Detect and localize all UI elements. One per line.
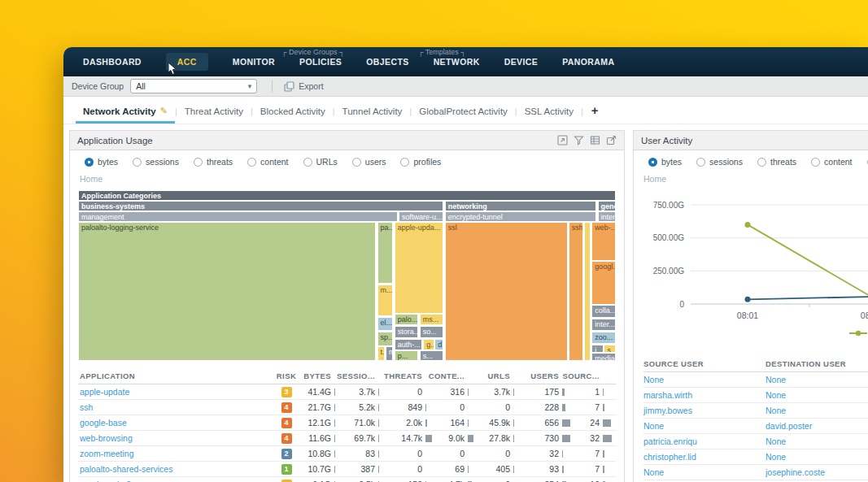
user-link-patricia-enriqu[interactable]: patricia.enriqu (643, 436, 697, 446)
tab-network-activity[interactable]: Network Activity✎ (76, 99, 175, 124)
user-link-david-poster[interactable]: david.poster (765, 421, 812, 431)
breadcrumb[interactable]: Home (634, 172, 868, 189)
treemap-cell-management[interactable]: management (78, 211, 398, 222)
radio-content[interactable]: content (811, 157, 852, 167)
maximize-icon[interactable] (557, 135, 568, 145)
treemap-cell-zoo[interactable]: zoo... (591, 332, 616, 345)
column-header-urls[interactable]: URLS (481, 371, 526, 380)
column-header-source-user[interactable]: SOURCE USER (643, 359, 765, 368)
export-button[interactable]: Export (284, 81, 323, 92)
treemap-cell-inter[interactable]: inter... (591, 319, 616, 332)
radio-content[interactable]: content (247, 157, 288, 167)
tab-globalprotect-activity[interactable]: GlobalProtect Activity (412, 100, 515, 124)
filter-icon[interactable] (574, 135, 584, 145)
treemap-cell-palo[interactable]: palo... (395, 314, 419, 325)
app-link-ssh[interactable]: ssh (80, 402, 93, 412)
treemap-cell-application-categories[interactable]: Application Categories (78, 190, 616, 201)
user-link-marsha-wirth[interactable]: marsha.wirth (643, 390, 692, 400)
treemap-cell-el[interactable]: el... (377, 317, 394, 332)
treemap-cell-networking[interactable]: networking (445, 201, 596, 211)
user-link-none[interactable]: None (765, 390, 786, 400)
radio-threats[interactable]: threats (757, 157, 796, 167)
nav-item-panorama[interactable]: PANORAMA (562, 53, 614, 71)
treemap-cell-ms[interactable]: ms... (420, 314, 444, 325)
treemap-cell-m[interactable]: m (386, 346, 393, 361)
treemap-cell-media[interactable]: media (591, 353, 616, 361)
radio-circle[interactable] (757, 158, 766, 167)
radio-bytes[interactable]: bytes (85, 157, 118, 167)
treemap-cell-apple-upda[interactable]: apple-upda... (395, 222, 444, 314)
user-link-none[interactable]: None (765, 436, 786, 446)
radio-circle[interactable] (194, 158, 203, 167)
user-link-josephine-coste[interactable]: josephine.coste (765, 467, 825, 477)
treemap-cell-so[interactable]: so... (420, 326, 444, 339)
user-link-jimmy-bowes[interactable]: jimmy.bowes (643, 406, 692, 415)
column-header-bytes[interactable]: BYTES (300, 371, 347, 380)
treemap-cell-business-systems[interactable]: business-systems (78, 201, 443, 211)
treemap-cell-colla[interactable]: colla... (591, 305, 616, 318)
nav-item-objects[interactable]: OBJECTS (366, 53, 408, 71)
user-link-none[interactable]: None (643, 467, 664, 477)
column-header-sessio[interactable]: SESSIO... (347, 371, 391, 380)
tab-tunnel-activity[interactable]: Tunnel Activity (335, 100, 410, 124)
treemap-cell-m[interactable]: m... (377, 284, 394, 317)
treemap-cell-googl[interactable]: googl... (591, 261, 616, 304)
treemap-cell-stora[interactable]: stora... (395, 326, 419, 339)
treemap-cell-paloalto-logging-service[interactable]: paloalto-logging-service (78, 222, 376, 361)
app-link-paloalto-shared-services[interactable]: paloalto-shared-services (80, 464, 172, 474)
tab-ssl-activity[interactable]: SSL Activity (517, 100, 581, 124)
column-header-users[interactable]: USERS (526, 371, 575, 380)
column-header-threats[interactable]: THREATS (391, 371, 438, 380)
treemap-cell-p[interactable]: p... (395, 350, 419, 361)
treemap-cell-cell[interactable] (584, 222, 591, 361)
user-link-none[interactable]: None (643, 375, 664, 384)
radio-circle[interactable] (303, 158, 312, 167)
radio-threats[interactable]: threats (194, 157, 233, 167)
treemap-cell-sp[interactable]: sp... (377, 332, 394, 346)
app-link-google-base[interactable]: google-base (80, 418, 127, 428)
treemap-cell-pa[interactable]: pa... (377, 222, 394, 284)
tab-threat-activity[interactable]: Threat Activity (177, 100, 251, 124)
column-header-destination-user[interactable]: DESTINATION USER (765, 359, 868, 368)
radio-users[interactable]: users (352, 157, 386, 167)
column-header-application[interactable]: APPLICATION (78, 371, 273, 380)
app-link-web-browsing[interactable]: web-browsing (80, 433, 133, 443)
tab-blocked-activity[interactable]: Blocked Activity (253, 100, 333, 124)
treemap-cell-ssh[interactable]: ssh (569, 222, 583, 361)
column-header-sourc[interactable]: SOURC... (575, 371, 616, 380)
column-header-risk[interactable]: RISK (273, 371, 300, 380)
treemap-cell-s[interactable]: s... (420, 350, 444, 361)
edit-tab-icon[interactable]: ✎ (160, 106, 168, 116)
user-link-none[interactable]: None (765, 406, 786, 415)
treemap-cell-auth[interactable]: auth-... (395, 339, 422, 350)
treemap-cell-gener[interactable]: gener... (598, 201, 616, 211)
radio-profiles[interactable]: profiles (400, 157, 441, 167)
user-link-none[interactable]: None (765, 452, 786, 462)
radio-circle[interactable] (400, 158, 409, 167)
user-link-none[interactable]: None (765, 375, 786, 384)
radio-bytes[interactable]: bytes (648, 157, 682, 167)
radio-sessions[interactable]: sessions (133, 157, 179, 167)
radio-urls[interactable]: URLs (303, 157, 338, 167)
treemap-cell-software-u[interactable]: software-u... (399, 211, 444, 222)
radio-circle[interactable] (247, 158, 256, 167)
device-group-select[interactable]: All ▾ (130, 79, 257, 93)
treemap-cell-encrypted-tunnel[interactable]: encrypted-tunnel (445, 211, 596, 222)
radio-circle[interactable] (85, 158, 94, 167)
treemap-cell-web[interactable]: web-... (591, 222, 616, 260)
app-link-zoom-meeting[interactable]: zoom-meeting (80, 449, 134, 458)
radio-circle[interactable] (648, 158, 657, 167)
nav-item-monitor[interactable]: MONITOR (233, 53, 275, 71)
app-link-apple-update[interactable]: apple-update (80, 387, 129, 397)
treemap-cell-ssl[interactable]: ssl (445, 222, 568, 361)
treemap-cell-i[interactable]: i... (591, 345, 604, 353)
radio-sessions[interactable]: sessions (696, 157, 743, 167)
treemap-cell-t[interactable]: t... (377, 346, 386, 361)
treemap-cell-g[interactable]: g... (423, 339, 434, 350)
radio-circle[interactable] (352, 158, 361, 167)
breadcrumb[interactable]: Home (70, 172, 624, 189)
export-icon[interactable] (606, 135, 617, 145)
radio-circle[interactable] (811, 158, 820, 167)
radio-circle[interactable] (133, 158, 142, 167)
column-header-conte[interactable]: CONTE... (438, 371, 481, 380)
